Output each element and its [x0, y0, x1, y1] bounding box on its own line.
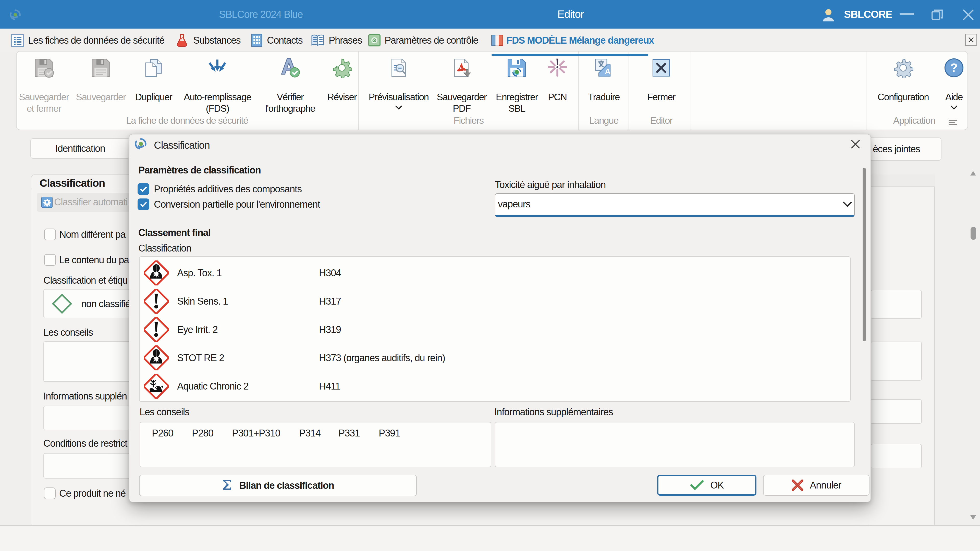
svg-text:?: ? — [950, 61, 958, 75]
svg-text:A: A — [605, 67, 611, 76]
